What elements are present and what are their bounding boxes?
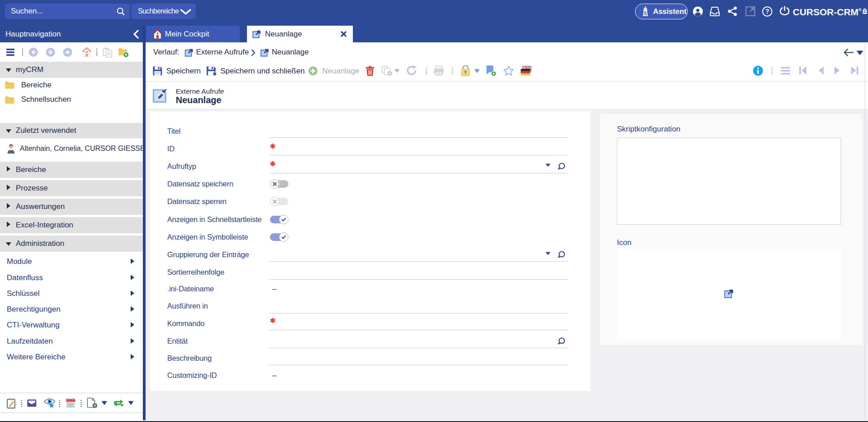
svg-text:?: ?	[765, 8, 769, 15]
